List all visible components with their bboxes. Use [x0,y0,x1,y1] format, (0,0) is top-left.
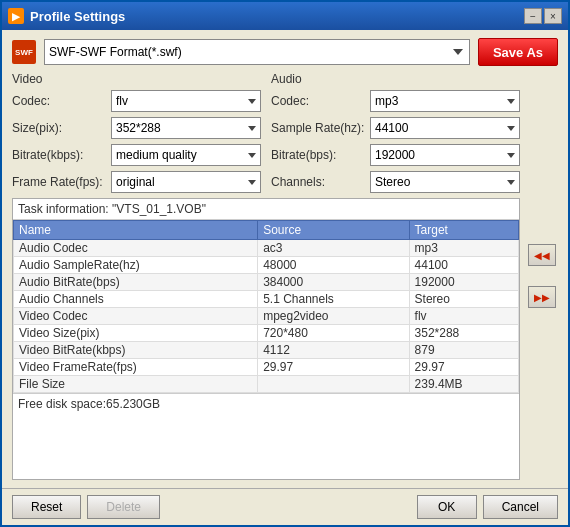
ok-button[interactable]: OK [417,495,477,519]
cell-name: Audio BitRate(bps) [14,274,258,291]
nav-arrows: ◀◀ ▶▶ [526,72,558,480]
profile-settings-window: ▶ Profile Settings − × SWF SWF-SWF Forma… [0,0,570,527]
cell-target: 879 [409,342,518,359]
table-row: Audio Channels5.1 ChannelsStereo [14,291,519,308]
video-bitrate-label: Bitrate(kbps): [12,148,107,162]
disk-space: Free disk space:65.230GB [13,393,519,414]
title-bar-left: ▶ Profile Settings [8,8,125,24]
cell-source: mpeg2video [258,308,409,325]
main-area: Video Codec: flv Size(pix): 352*288 [12,72,558,480]
audio-codec-select[interactable]: mp3 [370,90,520,112]
prev-button[interactable]: ◀◀ [528,244,556,266]
delete-button[interactable]: Delete [87,495,160,519]
col-name-header: Name [14,221,258,240]
content-area: SWF SWF-SWF Format(*.swf) Save As Video … [2,30,568,488]
video-bitrate-row: Bitrate(kbps): medium quality [12,144,261,166]
audio-samplerate-label: Sample Rate(hz): [271,121,366,135]
format-icon: SWF [12,40,36,64]
cell-name: Video Size(pix) [14,325,258,342]
cell-source: 48000 [258,257,409,274]
table-row: File Size239.4MB [14,376,519,393]
cell-name: Audio Codec [14,240,258,257]
cell-target: 29.97 [409,359,518,376]
audio-samplerate-row: Sample Rate(hz): 44100 [271,117,520,139]
video-section-title: Video [12,72,261,86]
audio-bitrate-row: Bitrate(bps): 192000 [271,144,520,166]
audio-settings: Audio Codec: mp3 Sample Rate(hz): 44100 [271,72,520,198]
format-select[interactable]: SWF-SWF Format(*.swf) [44,39,470,65]
cell-target: mp3 [409,240,518,257]
col-source-header: Source [258,221,409,240]
cell-target: flv [409,308,518,325]
bottom-left-buttons: Reset Delete [12,495,160,519]
cell-source: 4112 [258,342,409,359]
close-button[interactable]: × [544,8,562,24]
audio-codec-row: Codec: mp3 [271,90,520,112]
cell-source: 720*480 [258,325,409,342]
cell-name: Audio SampleRate(hz) [14,257,258,274]
video-codec-row: Codec: flv [12,90,261,112]
next-button[interactable]: ▶▶ [528,286,556,308]
video-framerate-label: Frame Rate(fps): [12,175,107,189]
bottom-right-buttons: OK Cancel [417,495,558,519]
table-row: Video FrameRate(fps)29.9729.97 [14,359,519,376]
video-settings: Video Codec: flv Size(pix): 352*288 [12,72,261,198]
cell-source [258,376,409,393]
table-row: Video BitRate(kbps)4112879 [14,342,519,359]
cell-target: Stereo [409,291,518,308]
table-row: Video Size(pix)720*480352*288 [14,325,519,342]
audio-section-title: Audio [271,72,520,86]
title-controls: − × [524,8,562,24]
video-framerate-select[interactable]: original [111,171,261,193]
cell-target: 352*288 [409,325,518,342]
table-row: Audio SampleRate(hz)4800044100 [14,257,519,274]
table-row: Audio BitRate(bps)384000192000 [14,274,519,291]
video-size-select[interactable]: 352*288 [111,117,261,139]
col-target-header: Target [409,221,518,240]
cell-name: File Size [14,376,258,393]
minimize-button[interactable]: − [524,8,542,24]
save-as-button[interactable]: Save As [478,38,558,66]
cell-source: 29.97 [258,359,409,376]
window-title: Profile Settings [30,9,125,24]
cell-source: 384000 [258,274,409,291]
audio-codec-label: Codec: [271,94,366,108]
cell-source: ac3 [258,240,409,257]
video-framerate-row: Frame Rate(fps): original [12,171,261,193]
video-bitrate-select[interactable]: medium quality [111,144,261,166]
cell-target: 192000 [409,274,518,291]
app-icon: ▶ [8,8,24,24]
cell-name: Video Codec [14,308,258,325]
audio-channels-select[interactable]: Stereo [370,171,520,193]
cancel-button[interactable]: Cancel [483,495,558,519]
settings-area: Video Codec: flv Size(pix): 352*288 [12,72,520,480]
video-size-label: Size(pix): [12,121,107,135]
cell-name: Video FrameRate(fps) [14,359,258,376]
audio-channels-row: Channels: Stereo [271,171,520,193]
format-bar: SWF SWF-SWF Format(*.swf) Save As [12,38,558,66]
reset-button[interactable]: Reset [12,495,81,519]
task-info: Task information: "VTS_01_1.VOB" [13,199,519,220]
audio-bitrate-select[interactable]: 192000 [370,144,520,166]
data-table: Name Source Target Audio Codecac3mp3Audi… [13,220,519,393]
cell-target: 239.4MB [409,376,518,393]
audio-channels-label: Channels: [271,175,366,189]
cell-target: 44100 [409,257,518,274]
title-bar: ▶ Profile Settings − × [2,2,568,30]
video-size-row: Size(pix): 352*288 [12,117,261,139]
table-row: Audio Codecac3mp3 [14,240,519,257]
bottom-bar: Reset Delete OK Cancel [2,488,568,525]
audio-samplerate-select[interactable]: 44100 [370,117,520,139]
table-section: Task information: "VTS_01_1.VOB" Name So… [12,198,520,480]
video-codec-label: Codec: [12,94,107,108]
cell-source: 5.1 Channels [258,291,409,308]
video-codec-select[interactable]: flv [111,90,261,112]
cell-name: Audio Channels [14,291,258,308]
table-row: Video Codecmpeg2videoflv [14,308,519,325]
av-settings: Video Codec: flv Size(pix): 352*288 [12,72,520,198]
audio-bitrate-label: Bitrate(bps): [271,148,366,162]
cell-name: Video BitRate(kbps) [14,342,258,359]
